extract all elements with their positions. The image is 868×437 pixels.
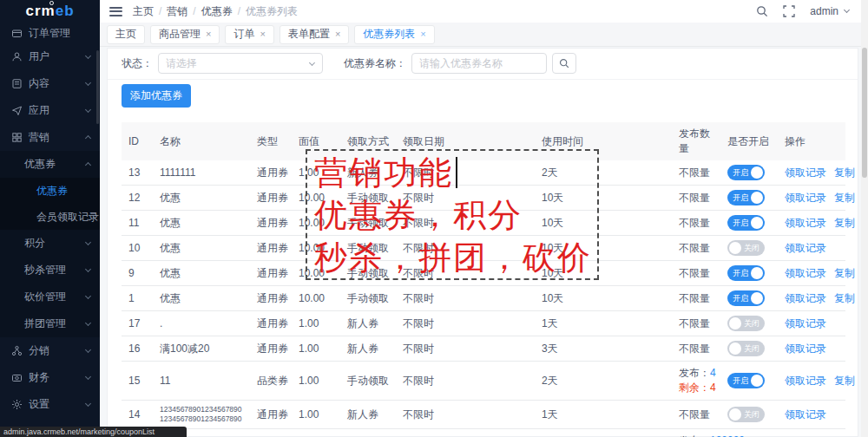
tab-close-icon[interactable]: × — [335, 29, 340, 39]
tab-close-icon[interactable]: × — [206, 29, 211, 39]
cell-id: 11 — [122, 211, 153, 236]
menu-toggle-icon[interactable] — [109, 4, 122, 18]
sidebar-item-财务[interactable]: 财务 — [0, 364, 100, 391]
breadcrumb-item: 优惠券列表 — [246, 5, 298, 17]
cell-method: 手动领取 — [340, 211, 396, 236]
cell-quantity: 不限量 — [672, 311, 720, 336]
op-link-领取记录[interactable]: 领取记录 — [785, 267, 826, 279]
cell-id: 16 — [122, 336, 153, 362]
sidebar-item-优惠券[interactable]: 优惠券 — [0, 178, 100, 204]
toggle-label: 关闭 — [744, 344, 760, 353]
app-logo[interactable]: crmeb — [0, 0, 100, 23]
finance-icon — [11, 372, 23, 383]
op-link-复制[interactable]: 复制 — [834, 166, 855, 179]
breadcrumb-item[interactable]: 营销 — [167, 5, 187, 17]
search-button[interactable] — [552, 53, 576, 74]
enable-toggle[interactable]: 开启 — [727, 215, 765, 231]
coupon-table: ID名称类型面值领取方式领取日期使用时间发布数量是否开启操作 131111111… — [122, 122, 844, 437]
toggle-label: 开启 — [733, 376, 748, 385]
op-link-领取记录[interactable]: 领取记录 — [785, 342, 826, 355]
tab-商品管理[interactable]: 商品管理× — [150, 25, 220, 44]
page-scrollbar[interactable] — [861, 0, 868, 437]
sidebar-item-label: 砍价管理 — [24, 290, 66, 304]
op-link-领取记录[interactable]: 领取记录 — [785, 292, 826, 304]
op-link-领取记录[interactable]: 领取记录 — [785, 217, 826, 229]
sidebar-item-内容[interactable]: 内容 — [0, 70, 100, 97]
remain-count: 剩余：4 — [679, 381, 713, 395]
add-coupon-button[interactable]: 添加优惠券 — [122, 84, 191, 108]
op-link-领取记录[interactable]: 领取记录 — [785, 166, 826, 179]
op-link-复制[interactable]: 复制 — [834, 192, 855, 204]
sidebar-item-订单管理[interactable]: 订单管理 — [0, 23, 100, 43]
coupon-name-input[interactable] — [411, 53, 547, 74]
cell-duration: 3天 — [535, 336, 672, 362]
op-link-复制[interactable]: 复制 — [834, 292, 855, 304]
tab-优惠券列表[interactable]: 优惠券列表× — [354, 25, 434, 44]
cell-method: 赠送券 — [340, 429, 396, 437]
sidebar-scrollbar[interactable] — [96, 50, 99, 124]
settings-icon — [11, 399, 23, 410]
status-select[interactable]: 请选择 — [158, 53, 323, 74]
user-menu[interactable]: admin — [810, 5, 849, 17]
breadcrumb-item[interactable]: 优惠券 — [201, 5, 233, 17]
sidebar-item-设置[interactable]: 设置 — [0, 391, 100, 418]
sidebar-item-秒杀管理[interactable]: 秒杀管理 — [0, 257, 100, 284]
sidebar-item-label: 设置 — [29, 397, 49, 412]
tab-表单配置[interactable]: 表单配置× — [279, 25, 349, 44]
chevron-down-icon — [85, 401, 91, 407]
enable-toggle[interactable]: 关闭 — [727, 240, 765, 256]
cell-duration: 10天 — [535, 186, 672, 211]
sidebar-item-分销[interactable]: 分销 — [0, 337, 100, 364]
sidebar-item-用户[interactable]: 用户 — [0, 43, 100, 70]
sidebar-item-优惠券[interactable]: 优惠券 — [0, 151, 100, 178]
sidebar-item-砍价管理[interactable]: 砍价管理 — [0, 284, 100, 310]
sidebar-item-营销[interactable]: 营销 — [0, 124, 100, 151]
cell-toggle: 关闭 — [720, 236, 778, 261]
cell-type: 通用券 — [250, 261, 292, 286]
chevron-down-icon — [85, 266, 91, 272]
toggle-knob — [729, 342, 741, 355]
op-link-复制[interactable]: 复制 — [834, 267, 855, 279]
sidebar-item-应用[interactable]: 应用 — [0, 97, 100, 124]
enable-toggle[interactable]: 开启 — [727, 265, 765, 281]
op-link-领取记录[interactable]: 领取记录 — [785, 375, 826, 387]
cell-date: 不限时 — [396, 401, 535, 429]
cell-date: 不限时 — [396, 186, 535, 211]
search-icon[interactable] — [756, 5, 768, 17]
user-icon — [11, 51, 23, 62]
op-link-领取记录[interactable]: 领取记录 — [785, 408, 826, 421]
breadcrumb-item[interactable]: 主页 — [133, 5, 154, 17]
cell-name: 1234567890123456789012345678901234567890 — [153, 401, 250, 429]
enable-toggle[interactable]: 开启 — [727, 373, 765, 388]
cell-operations: 领取记录 — [778, 236, 845, 261]
tab-主页[interactable]: 主页 — [107, 25, 145, 44]
enable-toggle[interactable]: 开启 — [727, 190, 765, 205]
op-link-复制[interactable]: 复制 — [834, 375, 855, 387]
op-link-领取记录[interactable]: 领取记录 — [785, 192, 826, 204]
chevron-up-icon — [85, 162, 91, 168]
sidebar-item-label: 用户 — [29, 49, 49, 64]
cell-value: 1.00 — [292, 311, 340, 336]
fullscreen-icon[interactable] — [783, 5, 795, 17]
enable-toggle[interactable]: 关闭 — [727, 407, 765, 422]
op-link-领取记录[interactable]: 领取记录 — [785, 242, 826, 254]
tab-close-icon[interactable]: × — [420, 29, 425, 39]
scrollbar-thumb[interactable] — [862, 48, 867, 178]
enable-toggle[interactable]: 开启 — [727, 290, 765, 306]
sidebar-item-会员领取记录[interactable]: 会员领取记录 — [0, 204, 100, 230]
toggle-knob — [751, 292, 763, 304]
enable-toggle[interactable]: 关闭 — [727, 316, 765, 331]
breadcrumb-separator: / — [193, 5, 195, 17]
tab-close-icon[interactable]: × — [260, 29, 265, 39]
op-link-复制[interactable]: 复制 — [834, 217, 855, 229]
enable-toggle[interactable]: 关闭 — [727, 341, 765, 356]
tab-label: 表单配置 — [288, 27, 330, 42]
cell-operations: 领取记录复制 — [778, 160, 845, 186]
sidebar-item-积分[interactable]: 积分 — [0, 230, 100, 257]
tab-订单[interactable]: 订单× — [225, 25, 273, 44]
op-link-领取记录[interactable]: 领取记录 — [785, 317, 826, 329]
cell-operations: 领取记录复制 — [778, 186, 845, 211]
enable-toggle[interactable]: 开启 — [727, 165, 765, 180]
sidebar-item-label: 财务 — [29, 370, 49, 385]
sidebar-item-拼团管理[interactable]: 拼团管理 — [0, 310, 100, 337]
